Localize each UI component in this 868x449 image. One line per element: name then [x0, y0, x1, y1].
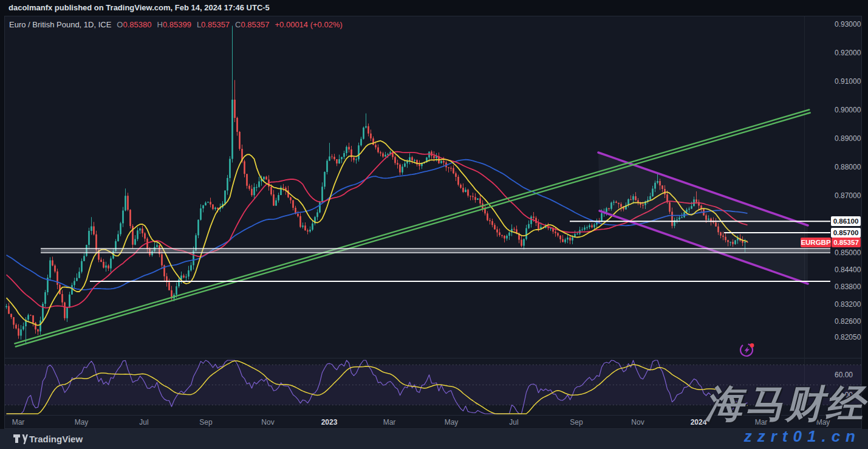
price-tick-label: 0.93000 [835, 20, 861, 29]
price-tick-label: 0.91000 [835, 77, 861, 86]
time-tick-label: Mar [383, 418, 396, 427]
time-tick-label: 2023 [321, 418, 338, 427]
price-tick-label: 0.87000 [835, 191, 861, 200]
time-tick-label: 2024 [691, 418, 707, 427]
price-tick-label: 0.84400 [835, 266, 861, 274]
symbol-ticker-badge: EURGBP [801, 238, 831, 247]
chart-legend: Euro / British Pound, 1D, ICEO0.85380H0.… [9, 20, 343, 29]
price-level-badge-2: 0.85700 [831, 228, 861, 238]
price-tick-label: 0.83800 [835, 283, 861, 291]
price-tick-label: 0.88000 [835, 163, 861, 171]
price-tick-label: 0.83200 [835, 300, 861, 309]
price-tick-label: 0.82600 [835, 317, 861, 326]
ohlc-value: 0.85380 [123, 20, 151, 29]
price-tick-label: 0.82050 [835, 333, 861, 341]
time-tick-label: Sep [199, 418, 212, 427]
last-price-badge: 0.85357 [832, 238, 861, 247]
flash-idea-icon[interactable] [739, 341, 756, 358]
price-tick-label: 0.90000 [835, 106, 861, 114]
watermark-url[interactable]: zzrt01.cn [744, 427, 861, 446]
time-tick-label: Jul [509, 418, 518, 427]
tradingview-brand[interactable]: TradingView [29, 434, 83, 444]
symbol-title: Euro / British Pound, 1D, ICE [9, 20, 111, 29]
ohlc-label: C [235, 20, 241, 29]
tradingview-published-chart: dacolmanfx published on TradingView.com,… [0, 0, 868, 449]
price-level-badge-1: 0.86100 [831, 216, 861, 226]
ohlc-value: 0.85357 [241, 20, 270, 29]
time-tick-label: Mar [12, 418, 25, 427]
time-tick-label: May [445, 418, 459, 427]
time-tick-label: Sep [570, 418, 583, 427]
ohlc-value: 0.85357 [201, 20, 230, 29]
price-tick-label: 0.89000 [835, 134, 861, 143]
ohlc-label: H [157, 20, 162, 29]
ohlc-values: O0.85380H0.85399L0.85357C0.85357 [111, 20, 269, 29]
watermark-chinese: 海马财经 [705, 378, 866, 430]
time-tick-label: Nov [631, 418, 644, 427]
time-tick-label: Jul [139, 418, 148, 427]
ohlc-label: O [117, 20, 123, 29]
time-tick-label: May [75, 418, 89, 427]
tradingview-logo-icon[interactable] [13, 434, 28, 447]
time-tick-label: Nov [261, 418, 274, 427]
ohlc-value: 0.85399 [163, 20, 191, 29]
footer-bar: TradingView [0, 429, 868, 449]
price-tick-label: 0.92000 [835, 49, 861, 57]
price-tick-label: 0.85000 [835, 248, 861, 257]
change-value: +0.00014 (+0.02%) [275, 20, 343, 29]
